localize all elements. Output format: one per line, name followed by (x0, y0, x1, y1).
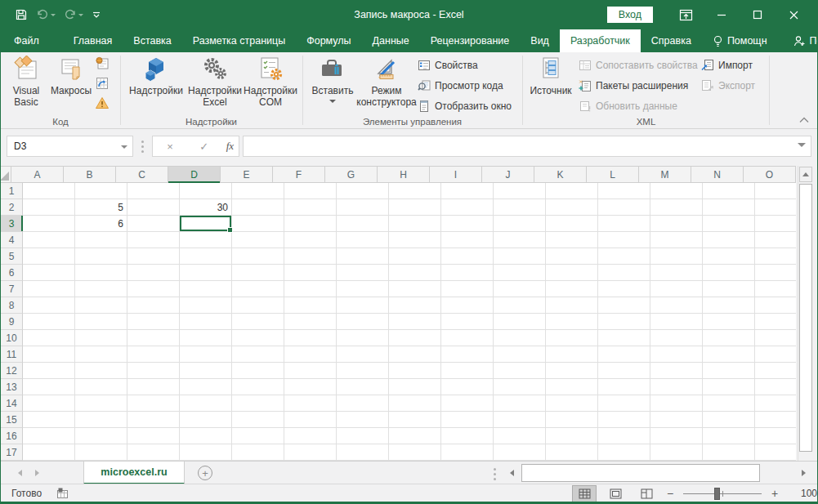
cell-K4[interactable] (546, 232, 598, 248)
cell-J14[interactable] (494, 395, 546, 412)
cell-L9[interactable] (598, 314, 650, 330)
sheet-tab-active[interactable]: microexcel.ru (83, 462, 185, 484)
row-header-17[interactable]: 17 (1, 444, 23, 461)
cell-A7[interactable] (23, 281, 75, 297)
cell-H11[interactable] (389, 346, 441, 363)
column-header-A[interactable]: A (11, 167, 64, 183)
cell-J4[interactable] (494, 232, 546, 248)
cell-I12[interactable] (441, 363, 494, 379)
cell-N12[interactable] (703, 363, 755, 379)
cell-C10[interactable] (127, 330, 180, 346)
cell-K1[interactable] (546, 183, 598, 199)
cell-C2[interactable] (127, 199, 180, 216)
tab-review[interactable]: Рецензирование (420, 29, 521, 52)
cell-L17[interactable] (598, 444, 650, 461)
cell-E5[interactable] (232, 248, 284, 265)
cell-E9[interactable] (232, 314, 284, 330)
column-header-E[interactable]: E (221, 167, 273, 183)
column-header-H[interactable]: H (378, 167, 430, 183)
tab-home[interactable]: Главная (63, 29, 123, 52)
excel-addins-button[interactable]: Надстройки Excel (188, 54, 242, 109)
cell-O14[interactable] (755, 395, 796, 412)
cell-C11[interactable] (127, 346, 180, 363)
row-header-14[interactable]: 14 (1, 395, 23, 412)
row-header-11[interactable]: 11 (1, 346, 23, 363)
cell-E14[interactable] (232, 395, 284, 412)
cell-C16[interactable] (127, 428, 180, 444)
cell-B6[interactable] (75, 265, 127, 281)
cell-D3[interactable] (180, 216, 232, 232)
cell-B12[interactable] (75, 363, 127, 379)
cell-K8[interactable] (546, 297, 598, 314)
cell-C17[interactable] (127, 444, 180, 461)
view-page-break-button[interactable] (634, 485, 659, 502)
cell-D16[interactable] (180, 428, 232, 444)
cell-G2[interactable] (337, 199, 389, 216)
cell-G15[interactable] (337, 412, 389, 428)
cell-M4[interactable] (650, 232, 703, 248)
tab-developer[interactable]: Разработчик (560, 29, 641, 52)
design-mode-button[interactable]: Режим конструктора (357, 54, 416, 109)
cell-J15[interactable] (494, 412, 546, 428)
cell-M15[interactable] (650, 412, 703, 428)
row-header-16[interactable]: 16 (1, 428, 23, 444)
cell-L14[interactable] (598, 395, 650, 412)
cell-D12[interactable] (180, 363, 232, 379)
column-header-O[interactable]: O (744, 167, 796, 183)
cell-E8[interactable] (232, 297, 284, 314)
cell-I15[interactable] (441, 412, 494, 428)
cell-L13[interactable] (598, 379, 650, 395)
macro-record-status-button[interactable] (56, 488, 69, 499)
scroll-up-button[interactable] (799, 167, 812, 182)
cell-K7[interactable] (546, 281, 598, 297)
maximize-button[interactable] (740, 0, 776, 29)
cell-G6[interactable] (337, 265, 389, 281)
cell-E11[interactable] (232, 346, 284, 363)
cell-F16[interactable] (284, 428, 337, 444)
cell-F1[interactable] (284, 183, 337, 199)
cell-K15[interactable] (546, 412, 598, 428)
cell-M13[interactable] (650, 379, 703, 395)
cell-B15[interactable] (75, 412, 127, 428)
cell-L2[interactable] (598, 199, 650, 216)
cell-J17[interactable] (494, 444, 546, 461)
cell-D1[interactable] (180, 183, 232, 199)
cell-A6[interactable] (23, 265, 75, 281)
cell-J9[interactable] (494, 314, 546, 330)
column-header-F[interactable]: F (273, 167, 325, 183)
cell-H3[interactable] (389, 216, 441, 232)
cell-C5[interactable] (127, 248, 180, 265)
cell-M16[interactable] (650, 428, 703, 444)
cell-B14[interactable] (75, 395, 127, 412)
cell-G17[interactable] (337, 444, 389, 461)
cell-I5[interactable] (441, 248, 494, 265)
cell-F2[interactable] (284, 199, 337, 216)
cell-E6[interactable] (232, 265, 284, 281)
cell-O11[interactable] (755, 346, 796, 363)
cell-G4[interactable] (337, 232, 389, 248)
cell-L5[interactable] (598, 248, 650, 265)
cell-N13[interactable] (703, 379, 755, 395)
cell-C3[interactable] (127, 216, 180, 232)
name-box-dropdown-icon[interactable] (121, 145, 127, 149)
row-header-7[interactable]: 7 (1, 281, 23, 297)
cell-O1[interactable] (755, 183, 796, 199)
cell-I10[interactable] (441, 330, 494, 346)
cell-F11[interactable] (284, 346, 337, 363)
cell-M1[interactable] (650, 183, 703, 199)
formula-input[interactable] (243, 136, 811, 157)
cell-A11[interactable] (23, 346, 75, 363)
cell-C4[interactable] (127, 232, 180, 248)
cell-D11[interactable] (180, 346, 232, 363)
cell-I1[interactable] (441, 183, 494, 199)
cell-I8[interactable] (441, 297, 494, 314)
scroll-right-button[interactable] (795, 464, 811, 482)
cell-E3[interactable] (232, 216, 284, 232)
cell-G8[interactable] (337, 297, 389, 314)
cell-O3[interactable] (755, 216, 796, 232)
row-header-10[interactable]: 10 (1, 330, 23, 346)
cell-A17[interactable] (23, 444, 75, 461)
cell-L11[interactable] (598, 346, 650, 363)
cell-F6[interactable] (284, 265, 337, 281)
cell-E2[interactable] (232, 199, 284, 216)
